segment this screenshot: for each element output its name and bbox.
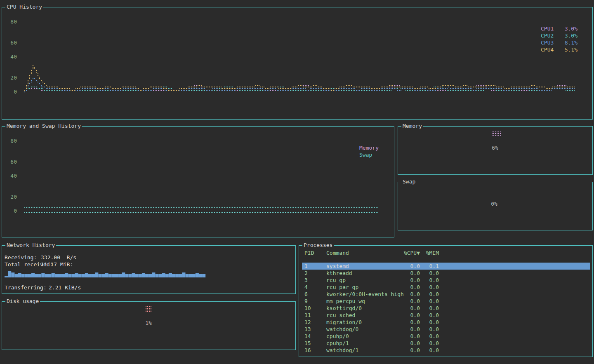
cpu2-legend-row: CPU2 3.0% (541, 33, 578, 39)
process-command: cpuhp/0 (326, 333, 349, 340)
memory-gauge-panel: Memory 6% (398, 126, 593, 175)
process-command: mm_percpu_wq (326, 298, 365, 305)
transferring-label: Transferring: (5, 284, 47, 291)
process-row[interactable]: 11rcu_sched0.00.0 (302, 312, 590, 319)
process-mem: 0.0 (414, 319, 439, 326)
memory-legend-row: Memory (359, 145, 379, 151)
processes-title: Processes (302, 242, 334, 249)
process-pid: 13 (304, 326, 311, 333)
process-row[interactable]: 2kthreadd0.00.0 (302, 270, 590, 277)
swap-gauge-panel: Swap 0% (398, 182, 593, 230)
process-pid: 15 (304, 340, 311, 347)
process-row[interactable]: 16watchdog/10.00.0 (302, 347, 590, 354)
process-command: rcu_gp (326, 277, 346, 284)
disk-usage-title: Disk usage (5, 298, 40, 305)
process-pid: 2 (304, 270, 308, 277)
cpu2-value: 3.0% (565, 33, 578, 39)
process-table-header: PID Command %CPU▼ %MEM (302, 249, 590, 256)
memory-usage-dots (492, 132, 502, 136)
process-pid: 10 (304, 305, 311, 312)
process-command: ksoftirqd/0 (326, 305, 362, 312)
process-mem: 0.1 (414, 263, 439, 270)
process-row[interactable]: 1systemd0.00.1 (302, 263, 590, 270)
disk-percent: 1% (138, 320, 159, 326)
process-command: systemd (326, 263, 349, 270)
cpu1-value: 3.0% (565, 26, 578, 32)
process-table-body: 1systemd0.00.12kthreadd0.00.03rcu_gp0.00… (302, 263, 590, 355)
process-row[interactable]: 3rcu_gp0.00.0 (302, 277, 590, 284)
cpu4-value: 5.1% (565, 47, 578, 53)
process-pid: 6 (304, 291, 308, 298)
process-row[interactable]: 15cpuhp/10.00.0 (302, 340, 590, 347)
process-command: kthreadd (326, 270, 352, 277)
process-mem: 0.0 (414, 340, 439, 347)
process-command: watchdog/1 (326, 347, 358, 354)
cpu3-value: 8.1% (565, 40, 578, 46)
process-mem: 0.0 (414, 277, 439, 284)
cpu3-label: CPU3 (541, 40, 554, 46)
process-pid: 16 (304, 347, 311, 354)
process-command: rcu_sched (326, 312, 355, 319)
memory-legend-label: Memory (359, 145, 379, 151)
cpu-history-panel: CPU History 80 60 40 20 0 CPU1 3.0% CPU2… (2, 7, 593, 120)
process-row[interactable]: 9mm_percpu_wq0.00.0 (302, 298, 590, 305)
process-command: rcu_par_gp (326, 284, 358, 291)
process-mem: 0.0 (414, 270, 439, 277)
swap-gauge-title: Swap (401, 178, 417, 185)
process-pid: 14 (304, 333, 311, 340)
process-command: kworker/0:0H-events_high (326, 291, 404, 298)
process-mem: 0.0 (414, 347, 439, 354)
column-header-command[interactable]: Command (326, 249, 349, 256)
process-command: cpuhp/1 (326, 340, 349, 347)
process-pid: 11 (304, 312, 311, 319)
cpu1-label: CPU1 (541, 26, 554, 32)
process-mem: 0.0 (414, 305, 439, 312)
memory-swap-history-panel: Memory and Swap History 80 60 40 20 0 Me… (2, 126, 394, 237)
memory-swap-chart (2, 127, 394, 237)
swap-legend-label: Swap (359, 152, 372, 158)
process-mem: 0.0 (414, 326, 439, 333)
process-pid: 3 (304, 277, 308, 284)
cpu3-legend-row: CPU3 8.1% (541, 40, 578, 46)
disk-usage-panel: Disk usage 1% (2, 301, 296, 350)
cpu4-label: CPU4 (541, 47, 554, 53)
memory-gauge-title: Memory (401, 123, 423, 129)
process-row[interactable]: 4rcu_par_gp0.00.0 (302, 284, 590, 291)
process-mem: 0.0 (414, 291, 439, 298)
network-history-panel: Network History Receiving: 332.00 B/s To… (2, 245, 296, 294)
processes-panel: Processes PID Command %CPU▼ %MEM 1system… (299, 245, 593, 357)
process-row[interactable]: 6kworker/0:0H-events_high0.00.0 (302, 291, 590, 298)
cpu4-legend-row: CPU4 5.1% (541, 47, 578, 53)
process-row[interactable]: 12migration/00.00.0 (302, 319, 590, 326)
process-pid: 4 (304, 284, 308, 291)
process-pid: 1 (304, 263, 308, 270)
column-header-pid[interactable]: PID (304, 249, 314, 256)
cpu1-legend-row: CPU1 3.0% (541, 26, 578, 32)
cpu-usage-chart (2, 7, 592, 119)
process-mem: 0.0 (414, 298, 439, 305)
system-monitor-screen: CPU History 80 60 40 20 0 CPU1 3.0% CPU2… (0, 0, 594, 364)
memory-percent: 6% (485, 145, 505, 151)
column-header-mem[interactable]: %MEM (414, 249, 439, 256)
process-row[interactable]: 10ksoftirqd/00.00.0 (302, 305, 590, 312)
swap-percent: 0% (484, 201, 504, 207)
transferring-value: 2.21 KiB/s (49, 284, 81, 291)
process-mem: 0.0 (414, 284, 439, 291)
process-command: watchdog/0 (326, 326, 358, 333)
process-command: migration/0 (326, 319, 362, 326)
process-pid: 9 (304, 298, 308, 305)
disk-usage-dots (146, 306, 152, 313)
process-mem: 0.0 (414, 312, 439, 319)
process-pid: 12 (304, 319, 311, 326)
process-row[interactable]: 14cpuhp/00.00.0 (302, 333, 590, 340)
process-mem: 0.0 (414, 333, 439, 340)
swap-legend-row: Swap (359, 152, 372, 158)
cpu2-label: CPU2 (541, 33, 554, 39)
process-row[interactable]: 13watchdog/00.00.0 (302, 326, 590, 333)
